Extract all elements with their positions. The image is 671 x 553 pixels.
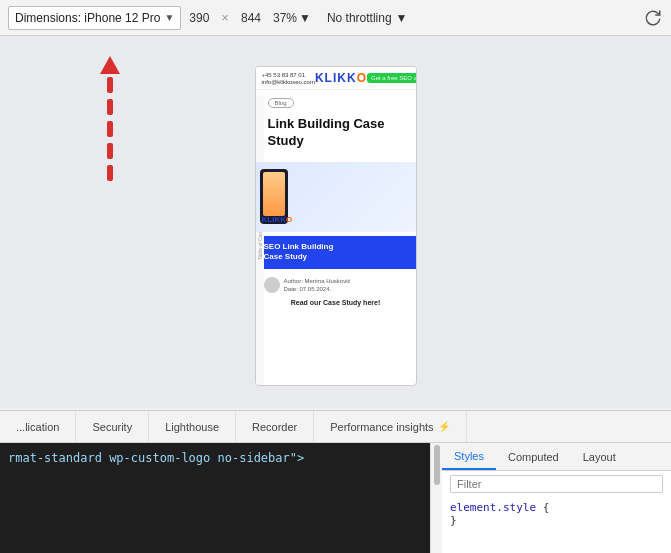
css-content: element.style { } xyxy=(442,497,671,531)
scrollbar-thumb[interactable] xyxy=(434,445,440,485)
mobile-toc: Table of Contents xyxy=(256,95,264,385)
devtools-panel: ...lication Security Lighthouse Recorder… xyxy=(0,410,671,553)
klikko-logo-small: KLIKKO xyxy=(262,215,293,224)
mobile-body-content: Blog Link Building Case Study xyxy=(256,90,416,158)
read-more-link: Read our Case Study here! xyxy=(256,297,416,308)
cta-line2: Case Study xyxy=(264,252,408,262)
styles-tab-bar: Styles Computed Layout xyxy=(442,443,671,471)
tab-performance-insights[interactable]: Performance insights ⚡ xyxy=(314,411,466,442)
tab-security[interactable]: Security xyxy=(76,411,149,442)
author-name: Author: Merima Husković xyxy=(284,277,351,285)
mobile-cta-button: Get a free SEO analysis xyxy=(367,73,417,83)
devtools-tab-bar: ...lication Security Lighthouse Recorder… xyxy=(0,411,671,443)
mobile-author: Author: Merima Husković Date: 07.05.2024… xyxy=(256,273,416,298)
phone-screen xyxy=(263,172,285,216)
arrow-dash-5 xyxy=(107,165,113,181)
styles-panel: Styles Computed Layout element.style { } xyxy=(442,443,671,553)
arrow-head xyxy=(100,56,120,74)
tab-lighthouse[interactable]: Lighthouse xyxy=(149,411,236,442)
css-open-brace: { xyxy=(543,501,550,514)
viewport-area: +45 53 83 87 01 info@klikkoseo.com KLIKK… xyxy=(0,36,671,408)
dimensions-label: Dimensions: iPhone 12 Pro xyxy=(15,11,160,25)
throttle-dropdown[interactable]: No throttling ▼ xyxy=(327,11,408,25)
rotate-icon[interactable] xyxy=(643,8,663,28)
cta-line1: SEO Link Building xyxy=(264,242,408,252)
title-line1: Link Building Case xyxy=(268,116,408,133)
author-date: Date: 07.05.2024. xyxy=(284,285,351,293)
scrollbar[interactable] xyxy=(430,443,442,553)
tab-styles[interactable]: Styles xyxy=(442,443,496,470)
mobile-contact-info: +45 53 83 87 01 info@klikkoseo.com xyxy=(262,72,315,85)
arrow-dash-3 xyxy=(107,121,113,137)
zoom-arrow: ▼ xyxy=(299,11,311,25)
css-selector: element.style xyxy=(450,501,536,514)
mobile-preview: +45 53 83 87 01 info@klikkoseo.com KLIKK… xyxy=(255,66,417,386)
filter-input[interactable] xyxy=(450,475,663,493)
throttle-label: No throttling xyxy=(327,11,392,25)
phone-image xyxy=(263,172,285,216)
tab-recorder[interactable]: Recorder xyxy=(236,411,314,442)
arrow-dash-1 xyxy=(107,77,113,93)
css-close-brace: } xyxy=(450,514,457,527)
mobile-cta-bar: SEO Link Building Case Study xyxy=(256,236,416,269)
blog-tag: Blog xyxy=(268,98,294,108)
code-line-1: rmat-standard wp-custom-logo no-sidebar"… xyxy=(8,449,422,467)
zoom-dropdown[interactable]: 37% ▼ xyxy=(273,11,311,25)
devtools-content: rmat-standard wp-custom-logo no-sidebar"… xyxy=(0,443,671,553)
tab-application[interactable]: ...lication xyxy=(0,411,76,442)
scroll-indicator xyxy=(100,56,120,184)
mobile-email: info@klikkoseo.com xyxy=(262,79,315,85)
arrow-dash-4 xyxy=(107,143,113,159)
throttle-arrow: ▼ xyxy=(396,11,408,25)
filter-area xyxy=(442,471,671,497)
width-value: 390 xyxy=(189,11,209,25)
arrow-dash-2 xyxy=(107,99,113,115)
tab-layout[interactable]: Layout xyxy=(571,443,628,470)
dimensions-dropdown[interactable]: Dimensions: iPhone 12 Pro ▼ xyxy=(8,6,181,30)
height-value: 844 xyxy=(241,11,261,25)
dimension-separator: × xyxy=(221,10,229,25)
tab-computed[interactable]: Computed xyxy=(496,443,571,470)
mobile-phone: +45 53 83 87 01 xyxy=(262,72,315,78)
dimensions-arrow: ▼ xyxy=(164,12,174,23)
mobile-logo: KLIKKO xyxy=(315,71,367,85)
mobile-header: +45 53 83 87 01 info@klikkoseo.com KLIKK… xyxy=(256,67,416,90)
performance-icon: ⚡ xyxy=(438,421,450,432)
zoom-value: 37% xyxy=(273,11,297,25)
device-toolbar: Dimensions: iPhone 12 Pro ▼ 390 × 844 37… xyxy=(0,0,671,36)
article-title: Link Building Case Study xyxy=(268,116,408,150)
author-info: Author: Merima Husković Date: 07.05.2024… xyxy=(284,277,351,294)
mobile-cta-text: SEO Link Building Case Study xyxy=(264,242,408,263)
code-panel: rmat-standard wp-custom-logo no-sidebar"… xyxy=(0,443,430,553)
author-avatar xyxy=(264,277,280,293)
mobile-image-area: KLIKKO xyxy=(256,162,416,232)
title-line2: Study xyxy=(268,133,408,150)
